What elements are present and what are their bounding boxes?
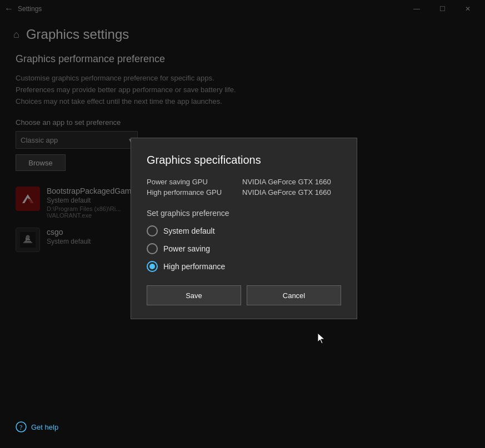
radio-label-system-default: System default [163, 226, 215, 235]
set-pref-label: Set graphics preference [147, 209, 341, 218]
gpu-value-high: NVIDIA GeForce GTX 1660 [242, 188, 331, 197]
gpu-label-high: High performance GPU [147, 188, 236, 197]
radio-label-power-saving: Power saving [163, 244, 210, 253]
help-section: ? Get help [16, 421, 58, 432]
radio-group: System default Power saving High perform… [147, 225, 341, 272]
gpu-label-power: Power saving GPU [147, 178, 236, 186]
radio-label-high-performance: High performance [163, 262, 225, 271]
dialog-buttons: Save Cancel [147, 285, 341, 305]
radio-circle-system-default [147, 225, 158, 236]
svg-text:?: ? [19, 424, 22, 431]
dialog-title: Graphics specifications [147, 154, 341, 167]
gpu-value-power: NVIDIA GeForce GTX 1660 [242, 178, 331, 186]
cancel-button[interactable]: Cancel [247, 285, 341, 305]
gpu-row: High performance GPU NVIDIA GeForce GTX … [147, 188, 341, 197]
radio-circle-power-saving [147, 243, 158, 254]
radio-circle-high-performance [147, 261, 158, 272]
help-icon: ? [16, 421, 27, 432]
gpu-row: Power saving GPU NVIDIA GeForce GTX 1660 [147, 178, 341, 186]
radio-power-saving[interactable]: Power saving [147, 243, 341, 254]
graphics-specs-dialog: Graphics specifications Power saving GPU… [131, 138, 357, 319]
radio-high-performance[interactable]: High performance [147, 261, 341, 272]
save-button[interactable]: Save [147, 285, 241, 305]
radio-system-default[interactable]: System default [147, 225, 341, 236]
gpu-specs: Power saving GPU NVIDIA GeForce GTX 1660… [147, 178, 341, 197]
get-help-link[interactable]: Get help [31, 423, 58, 431]
